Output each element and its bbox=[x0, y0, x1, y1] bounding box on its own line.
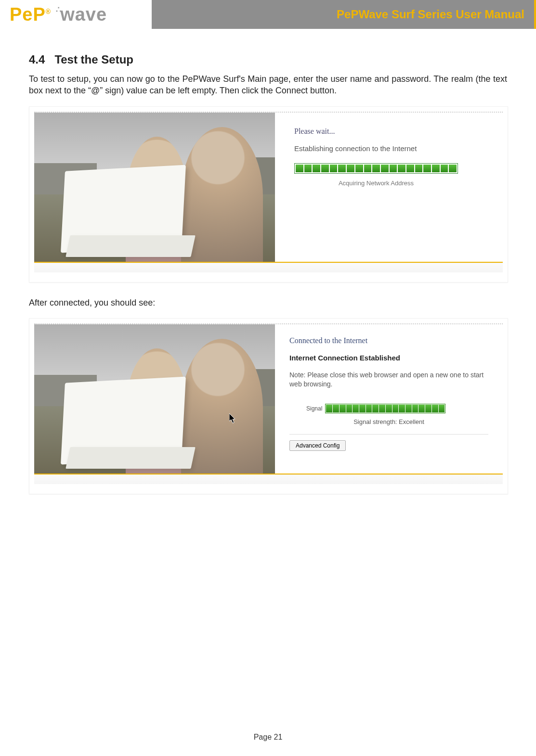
established-text: Internet Connection Established bbox=[289, 354, 488, 362]
page-footer: Page 21 bbox=[0, 733, 536, 742]
title-bar: PePWave Surf Series User Manual bbox=[152, 0, 536, 29]
hero-image bbox=[34, 113, 275, 262]
logo-pep: PeP® bbox=[10, 4, 51, 25]
signal-strength-text: Signal strength: Excellent bbox=[289, 418, 488, 425]
signal-bar bbox=[325, 404, 445, 413]
acquiring-text: Acquiring Network Address bbox=[294, 179, 458, 187]
signal-label: Signal bbox=[306, 405, 322, 412]
establishing-text: Establishing connection to the Internet bbox=[294, 144, 493, 153]
note-text: Note: Please close this web browser and … bbox=[289, 371, 488, 389]
connected-panel: Connected to the Internet Internet Conne… bbox=[275, 324, 503, 474]
cursor-icon bbox=[229, 413, 237, 424]
section-heading: 4.4Test the Setup bbox=[29, 53, 507, 66]
section-intro: To test to setup, you can now go to the … bbox=[29, 73, 507, 97]
logo-wave: ∴wave bbox=[56, 4, 107, 25]
section-number: 4.4 bbox=[29, 53, 45, 66]
manual-title: PePWave Surf Series User Manual bbox=[337, 8, 524, 21]
page-header: PeP® ∴wave PePWave Surf Series User Manu… bbox=[0, 0, 536, 29]
advanced-config-button[interactable]: Advanced Config bbox=[289, 440, 346, 451]
status-panel: Please wait... Establishing connection t… bbox=[275, 113, 503, 262]
screenshot-connecting: Please wait... Establishing connection t… bbox=[29, 106, 508, 282]
please-wait-text: Please wait... bbox=[294, 127, 493, 136]
connected-heading: Connected to the Internet bbox=[289, 336, 488, 345]
screenshot-connected: Connected to the Internet Internet Conne… bbox=[29, 318, 508, 494]
section-title: Test the Setup bbox=[54, 53, 133, 66]
hero-image-2 bbox=[34, 324, 275, 474]
progress-bar bbox=[294, 163, 458, 174]
after-connected-text: After connected, you should see: bbox=[29, 297, 507, 308]
logo: PeP® ∴wave bbox=[0, 0, 152, 29]
